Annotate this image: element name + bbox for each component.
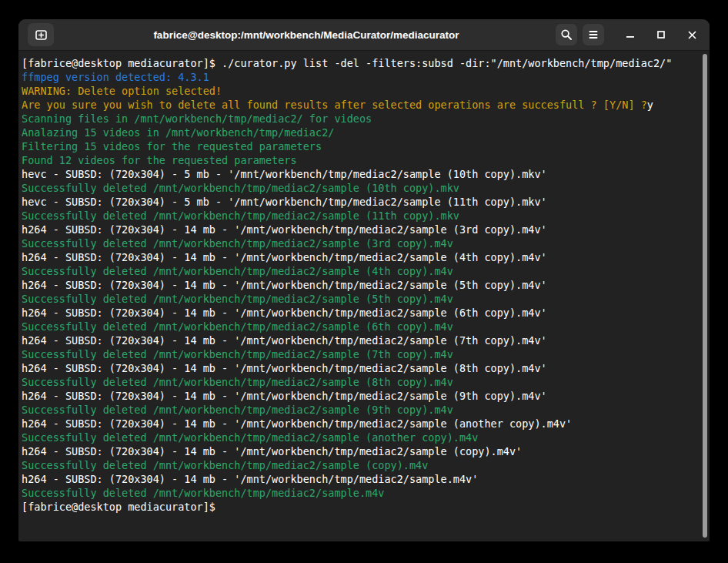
terminal-line: h264 - SUBSD: (720x304) - 14 mb - '/mnt/…: [22, 333, 699, 347]
terminal-line: Found 12 videos for the requested parame…: [22, 153, 699, 167]
terminal-line: Successfully deleted /mnt/workbench/tmp/…: [22, 181, 699, 195]
close-icon: [687, 30, 697, 40]
terminal-line: Successfully deleted /mnt/workbench/tmp/…: [22, 458, 699, 472]
window-control-buttons: [622, 24, 700, 45]
menu-icon: [588, 29, 599, 40]
terminal-line: Scanning files in /mnt/workbench/tmp/med…: [22, 112, 699, 126]
scrollbar-thumb[interactable]: [703, 54, 707, 538]
terminal-text-segment: h264 - SUBSD: (720x304) - 14 mb - '/mnt/…: [22, 390, 547, 402]
maximize-icon: [656, 30, 666, 39]
titlebar: fabrice@desktop:/mnt/workbench/MediaCura…: [18, 19, 710, 51]
terminal-line: hevc - SUBSD: (720x304) - 5 mb - '/mnt/w…: [22, 167, 699, 181]
terminal-text-segment: Successfully deleted /mnt/workbench/tmp/…: [22, 293, 453, 305]
terminal-text-segment: Analazing 15 videos in /mnt/workbench/tm…: [22, 126, 334, 139]
terminal-line: h264 - SUBSD: (720x304) - 14 mb - '/mnt/…: [22, 250, 699, 264]
terminal-text-segment: Successfully deleted /mnt/workbench/tmp/…: [22, 182, 459, 194]
window-title: fabrice@desktop:/mnt/workbench/MediaCura…: [88, 29, 525, 41]
terminal-text-segment: ffmpeg version detected: 4.3.1: [22, 71, 209, 83]
terminal-text-segment: [fabrice@desktop mediacurator]$: [22, 501, 215, 513]
terminal-output[interactable]: [fabrice@desktop mediacurator]$ ./curato…: [18, 51, 710, 541]
terminal-text-segment: Successfully deleted /mnt/workbench/tmp/…: [22, 376, 453, 388]
terminal-text-segment: hevc - SUBSD: (720x304) - 5 mb - '/mnt/w…: [22, 168, 547, 180]
terminal-text-segment: hevc - SUBSD: (720x304) - 5 mb - '/mnt/w…: [22, 196, 547, 208]
terminal-text-segment: Successfully deleted /mnt/workbench/tmp/…: [22, 431, 478, 444]
terminal-line: Successfully deleted /mnt/workbench/tmp/…: [22, 236, 699, 250]
search-button[interactable]: [556, 24, 577, 45]
terminal-line: Successfully deleted /mnt/workbench/tmp/…: [22, 486, 699, 500]
terminal-text-segment: Scanning files in /mnt/workbench/tmp/med…: [22, 112, 372, 125]
terminal-text-segment: h264 - SUBSD: (720x304) - 14 mb - '/mnt/…: [22, 445, 522, 457]
terminal-line: Are you sure you wish to delete all foun…: [22, 98, 699, 112]
terminal-line: h264 - SUBSD: (720x304) - 14 mb - '/mnt/…: [22, 417, 699, 431]
terminal-text-segment: Successfully deleted /mnt/workbench/tmp/…: [22, 209, 459, 222]
terminal-line: [fabrice@desktop mediacurator]$ ./curato…: [22, 56, 699, 70]
new-tab-icon: [35, 28, 48, 42]
terminal-line: h264 - SUBSD: (720x304) - 14 mb - '/mnt/…: [22, 389, 699, 403]
terminal-line: h264 - SUBSD: (720x304) - 14 mb - '/mnt/…: [22, 223, 699, 236]
terminal-text-segment: h264 - SUBSD: (720x304) - 14 mb - '/mnt/…: [22, 334, 547, 347]
terminal-text-segment: h264 - SUBSD: (720x304) - 14 mb - '/mnt/…: [22, 279, 547, 291]
terminal-line: h264 - SUBSD: (720x304) - 14 mb - '/mnt/…: [22, 306, 699, 320]
terminal-text-segment: [fabrice@desktop mediacurator]$ ./curato…: [22, 57, 672, 69]
terminal-line: Filtering 15 videos for the requested pa…: [22, 139, 699, 153]
minimize-icon: [626, 30, 635, 39]
terminal-line: h264 - SUBSD: (720x304) - 14 mb - '/mnt/…: [22, 278, 699, 292]
terminal-line: [fabrice@desktop mediacurator]$: [22, 500, 699, 514]
terminal-text-segment: Successfully deleted /mnt/workbench/tmp/…: [22, 404, 453, 416]
terminal-text-segment: Are you sure you wish to delete all foun…: [22, 99, 647, 111]
minimize-button[interactable]: [622, 24, 639, 45]
terminal-line: Analazing 15 videos in /mnt/workbench/tm…: [22, 126, 699, 139]
terminal-text-segment: h264 - SUBSD: (720x304) - 14 mb - '/mnt/…: [22, 473, 478, 485]
terminal-line: Successfully deleted /mnt/workbench/tmp/…: [22, 209, 699, 223]
new-tab-button[interactable]: [28, 23, 54, 46]
terminal-text-segment: h264 - SUBSD: (720x304) - 14 mb - '/mnt/…: [22, 362, 547, 374]
terminal-text-segment: Successfully deleted /mnt/workbench/tmp/…: [22, 265, 453, 277]
terminal-text-segment: h264 - SUBSD: (720x304) - 14 mb - '/mnt/…: [22, 251, 547, 263]
terminal-line: ffmpeg version detected: 4.3.1: [22, 70, 699, 84]
terminal-line: Successfully deleted /mnt/workbench/tmp/…: [22, 292, 699, 306]
titlebar-controls: [556, 19, 700, 50]
maximize-button[interactable]: [653, 24, 670, 45]
terminal-line: Successfully deleted /mnt/workbench/tmp/…: [22, 375, 699, 389]
search-icon: [560, 28, 573, 41]
terminal-line: hevc - SUBSD: (720x304) - 5 mb - '/mnt/w…: [22, 195, 699, 209]
terminal-text-segment: y: [647, 99, 653, 111]
terminal-text-segment: Filtering 15 videos for the requested pa…: [22, 140, 322, 152]
terminal-text-segment: Found 12 videos for the requested parame…: [22, 154, 297, 166]
terminal-window: fabrice@desktop:/mnt/workbench/MediaCura…: [18, 19, 710, 541]
terminal-line: h264 - SUBSD: (720x304) - 14 mb - '/mnt/…: [22, 361, 699, 375]
terminal-line: h264 - SUBSD: (720x304) - 14 mb - '/mnt/…: [22, 444, 699, 458]
terminal-line: WARNING: Delete option selected!: [22, 84, 699, 98]
terminal-line: Successfully deleted /mnt/workbench/tmp/…: [22, 347, 699, 361]
terminal-text-segment: h264 - SUBSD: (720x304) - 14 mb - '/mnt/…: [22, 417, 572, 430]
terminal-text-segment: h264 - SUBSD: (720x304) - 14 mb - '/mnt/…: [22, 223, 547, 236]
terminal-line: Successfully deleted /mnt/workbench/tmp/…: [22, 403, 699, 417]
terminal-line: Successfully deleted /mnt/workbench/tmp/…: [22, 320, 699, 333]
terminal-text-segment: Successfully deleted /mnt/workbench/tmp/…: [22, 320, 453, 333]
menu-button[interactable]: [583, 24, 604, 45]
terminal-text-segment: Successfully deleted /mnt/workbench/tmp/…: [22, 237, 453, 250]
terminal-text-segment: WARNING: Delete option selected!: [22, 85, 222, 97]
terminal-line: Successfully deleted /mnt/workbench/tmp/…: [22, 431, 699, 444]
terminal-line: h264 - SUBSD: (720x304) - 14 mb - '/mnt/…: [22, 472, 699, 486]
terminal-text-segment: Successfully deleted /mnt/workbench/tmp/…: [22, 487, 384, 499]
terminal-line: Successfully deleted /mnt/workbench/tmp/…: [22, 264, 699, 278]
terminal-text-segment: Successfully deleted /mnt/workbench/tmp/…: [22, 459, 428, 471]
terminal-text-segment: h264 - SUBSD: (720x304) - 14 mb - '/mnt/…: [22, 307, 547, 319]
terminal-text-segment: Successfully deleted /mnt/workbench/tmp/…: [22, 348, 453, 360]
close-button[interactable]: [683, 24, 700, 45]
